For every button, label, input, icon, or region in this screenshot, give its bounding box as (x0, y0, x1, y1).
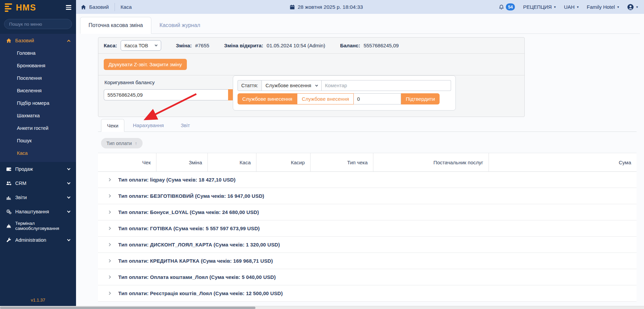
user-menu[interactable]: ▾ (627, 4, 638, 10)
table-row[interactable]: Тип оплати: КРЕДИТНА КАРТКА (Сума чеків:… (98, 253, 637, 269)
shift-opened-value: 01.05.2024 10:54 (Admin) (267, 43, 325, 48)
shift-opened-label: Зміна відкрита: (224, 43, 263, 48)
shift-info-row: Каса: Касса ТОВ Зміна: #7655 Зміна відкр… (98, 38, 524, 54)
breadcrumb-divider (115, 3, 115, 11)
sidebar-item-administration[interactable]: Administration (0, 233, 76, 247)
service-withdrawal-button[interactable]: Службове винесення (238, 93, 297, 104)
sidebar-item-nalashtuvannya[interactable]: Налаштування (0, 205, 76, 219)
sidebar-item-kasa[interactable]: Каса (0, 147, 76, 159)
breadcrumb-page[interactable]: Каса (121, 4, 132, 10)
chevron-down-icon (67, 195, 71, 199)
breadcrumb-home[interactable]: Базовий (89, 4, 109, 10)
sidebar-section-basic: Базовий Головна Бронювання Поселення Вис… (0, 34, 76, 162)
bar-chart-icon (6, 195, 11, 200)
sidebar-item-crm[interactable]: CRM (0, 176, 76, 190)
chevron-down-icon (67, 167, 71, 170)
table-header-row: Чек Зміна Каса Касир Тип чека Постачальн… (98, 153, 637, 172)
tab-current-cash-shift[interactable]: Поточна касова зміна (80, 17, 151, 34)
z-report-row: Друкувати Z-звіт. Закрити зміну (98, 54, 524, 75)
menu-search-input[interactable] (4, 19, 72, 29)
sidebar-item-shakhmatka[interactable]: Шахматка (0, 109, 76, 122)
balance-label: Баланс: (340, 43, 360, 48)
article-label: Стаття: (238, 80, 262, 91)
column-header-service-provider[interactable]: Постачальник послуг (373, 153, 489, 171)
caret-down-icon: ▾ (617, 5, 619, 9)
user-avatar-icon (627, 4, 634, 10)
sidebar-item-bronyuvannya[interactable]: Бронювання (0, 59, 76, 72)
column-header-kasa[interactable]: Каса (208, 153, 256, 171)
payment-group-label: Тип оплати: Реєстрація коштів_Лоял (Сума… (118, 290, 283, 296)
calendar-icon (290, 4, 295, 10)
horizontal-scrollbar (0, 306, 644, 309)
notifications-button[interactable]: 54 (499, 3, 515, 10)
service-deposit-button[interactable]: Службове внесення (297, 93, 354, 104)
hotel-dropdown[interactable]: Family Hotel▾ (587, 4, 619, 10)
payment-group-label: Тип оплати: ДИСКОНТ_ЛОЯЛ_КАРТА (Сума чек… (118, 242, 280, 247)
payment-group-label: Тип оплати: КРЕДИТНА КАРТКА (Сума чеків:… (118, 258, 273, 264)
inner-tab-bar: Чеки Нарахування Звіт (98, 119, 637, 132)
tab-cheques[interactable]: Чеки (101, 119, 124, 132)
topbar: Базовий Каса 28 жовтня 2025 р. 18:04:33 … (76, 0, 644, 14)
sidebar-item-poshuk[interactable]: Пошук (0, 134, 76, 147)
chevron-down-icon (67, 238, 71, 241)
column-header-shift[interactable]: Зміна (156, 153, 208, 171)
cash-operation-panel: Стаття: Службове внесення Службове винес… (233, 75, 456, 111)
main-tab-bar: Поточна касова зміна Касовий журнал (80, 17, 640, 34)
table-row[interactable]: Тип оплати: БЕЗГОТІВКОВИЙ (Сума чеків: 1… (98, 188, 637, 204)
hms-logo-icon (5, 3, 12, 12)
balance-correction-input[interactable] (104, 89, 228, 100)
cheques-table: Чек Зміна Каса Касир Тип чека Постачальн… (98, 153, 637, 302)
expand-chevron-icon (108, 243, 111, 246)
sidebar-item-zvity[interactable]: Звіти (0, 190, 76, 205)
sidebar-item-basic[interactable]: Базовий (0, 34, 76, 47)
column-header-cashier[interactable]: Касир (256, 153, 311, 171)
station-dropdown[interactable]: РЕЦЕПЦИЯ▾ (523, 4, 556, 10)
amount-input[interactable] (354, 93, 401, 104)
table-row[interactable]: Тип оплати: liqpay (Сума чеків: 18 427,1… (98, 172, 637, 188)
tab-accruals[interactable]: Нарахування (124, 119, 172, 132)
table-row[interactable]: Тип оплати: ГОТІВКА (Сума чеків: 5 557 5… (98, 220, 637, 237)
expand-chevron-icon (108, 178, 111, 182)
kasa-label: Каса: (104, 43, 117, 48)
tab-cash-journal[interactable]: Касовий журнал (151, 17, 208, 33)
caret-down-icon: ▾ (577, 5, 579, 9)
sidebar-item-pidbir-nomera[interactable]: Підбір номера (0, 97, 76, 109)
comment-input[interactable] (322, 80, 451, 91)
shift-label: Зміна: (176, 43, 192, 48)
sidebar-item-vyselennya[interactable]: Виселення (0, 84, 76, 97)
chevron-down-icon (67, 210, 71, 213)
confirm-button[interactable]: Підтвердити (401, 93, 440, 104)
horizontal-scrollbar-thumb[interactable] (0, 307, 255, 309)
z-report-close-shift-button[interactable]: Друкувати Z-звіт. Закрити зміну (104, 59, 187, 70)
column-header-cheque-type[interactable]: Тип чека (311, 153, 373, 171)
kasa-select[interactable]: Касса ТОВ (121, 40, 161, 51)
users-icon (6, 181, 11, 186)
caret-down-icon: ▾ (554, 5, 556, 9)
sidebar-item-terminal[interactable]: Термінал самообслуговування (0, 219, 76, 233)
sidebar-item-ankety-gostey[interactable]: Анкети гостей (0, 122, 76, 134)
tab-report[interactable]: Звіт (172, 119, 198, 132)
column-header-cheque[interactable]: Чек (98, 153, 156, 171)
sidebar-item-golovna[interactable]: Головна (0, 47, 76, 59)
collapse-menu-icon[interactable] (66, 5, 71, 10)
table-row[interactable]: Тип оплати: Бонуси_LOYAL (Сума чеків: 24… (98, 204, 637, 220)
logo-text: HMS (16, 3, 36, 13)
sidebar-item-poselennya[interactable]: Поселення (0, 72, 76, 84)
sort-chip-payment-type[interactable]: Тип оплати ↑ (101, 138, 143, 148)
sidebar-item-prodazh[interactable]: Продаж (0, 162, 76, 176)
column-header-sum[interactable]: Сума (489, 153, 637, 171)
table-row[interactable]: Тип оплати: Оплата коштами_Лоял (Сума че… (98, 269, 637, 285)
breadcrumb: Базовий Каса (76, 3, 132, 11)
chevron-up-icon (67, 40, 71, 43)
caret-down-icon: ▾ (636, 5, 638, 9)
wallet-icon (6, 166, 11, 172)
currency-dropdown[interactable]: UAH▾ (564, 4, 579, 10)
table-row[interactable]: Тип оплати: Реєстрація коштів_Лоял (Сума… (98, 285, 637, 302)
app-version: v1.1.37 (0, 298, 76, 303)
sort-ascending-icon: ↑ (135, 141, 137, 146)
shift-value: #7655 (195, 43, 209, 48)
article-select[interactable]: Службове внесення (262, 80, 322, 91)
table-row[interactable]: Тип оплати: ДИСКОНТ_ЛОЯЛ_КАРТА (Сума чек… (98, 237, 637, 253)
expand-chevron-icon (108, 194, 111, 198)
chevron-down-icon (315, 84, 318, 86)
